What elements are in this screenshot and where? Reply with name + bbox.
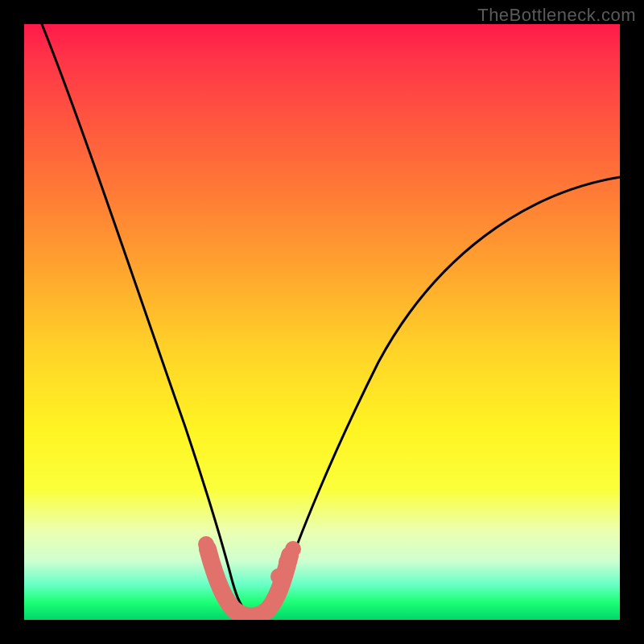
chart-svg [24, 24, 620, 620]
svg-point-1 [206, 560, 222, 576]
svg-point-2 [270, 568, 287, 584]
bottleneck-curve [42, 24, 620, 616]
chart-plot-area [24, 24, 620, 620]
svg-point-4 [285, 541, 301, 557]
svg-point-0 [198, 536, 214, 552]
watermark-text: TheBottleneck.com [477, 5, 636, 26]
